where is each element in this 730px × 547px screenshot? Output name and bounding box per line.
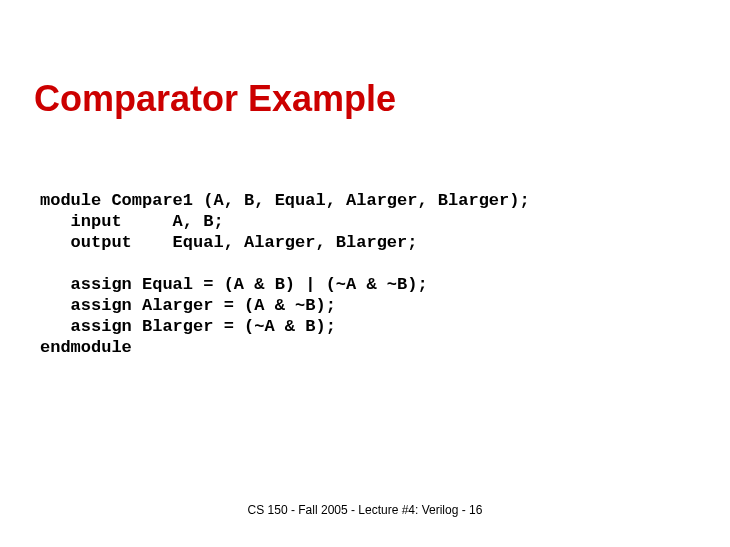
slide: Comparator Example module Compare1 (A, B… [0, 0, 730, 547]
code-block: module Compare1 (A, B, Equal, Alarger, B… [40, 190, 530, 358]
slide-title: Comparator Example [34, 78, 396, 120]
slide-footer: CS 150 - Fall 2005 - Lecture #4: Verilog… [0, 503, 730, 517]
